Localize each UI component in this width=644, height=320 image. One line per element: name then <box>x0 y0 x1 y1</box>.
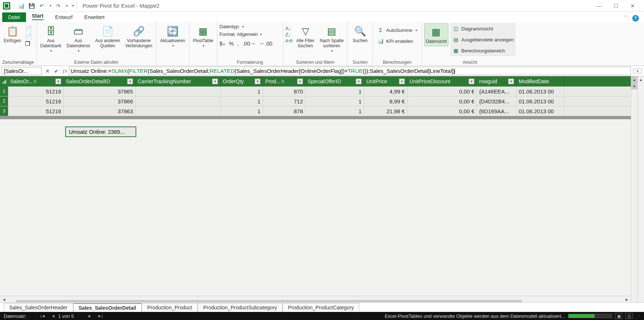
pivottable-button[interactable]: ▦PivotTable▾ <box>192 23 215 49</box>
cell[interactable]: 1 <box>306 96 364 106</box>
cancel-formula-icon[interactable]: ✕ <box>43 68 52 74</box>
filter-icon[interactable]: ▾ <box>508 78 514 84</box>
fx-icon[interactable]: ƒx <box>61 68 69 74</box>
tab-entwurf[interactable]: Entwurf <box>49 12 78 22</box>
format-dropdown[interactable]: Format: Allgemein▾ <box>219 31 262 37</box>
formula-expand-icon[interactable]: ▾ <box>633 69 642 73</box>
nav-last-icon[interactable]: ►| <box>97 314 103 318</box>
sort-asc-icon[interactable]: A↓ <box>285 26 293 31</box>
comma-icon[interactable]: , <box>237 40 239 47</box>
cell[interactable]: 01.06.2013 00 <box>517 106 564 116</box>
cell[interactable]: 870 <box>263 87 306 96</box>
qat-chart-icon[interactable]: 📊 <box>18 3 25 9</box>
col-salesorder[interactable]: SalesOr...⎘▾ <box>8 76 64 87</box>
cell[interactable]: 712 <box>263 96 306 106</box>
from-dataservice-button[interactable]: 🗃Aus Datendienst▾ <box>65 23 92 54</box>
measure-cell[interactable]: Umsatz Online: 2365... <box>65 126 136 137</box>
cell[interactable]: 0,00 € <box>407 87 477 96</box>
sheet-tab[interactable]: Production_ProductSubcategory <box>198 303 283 312</box>
filter-icon[interactable]: ▾ <box>297 78 303 84</box>
row-number[interactable]: 1 <box>0 87 8 96</box>
autosum-button[interactable]: ΣAutoSumme▾ <box>375 26 419 34</box>
cell[interactable]: 0,00 € <box>407 106 477 116</box>
minimize-button[interactable]: — <box>591 0 607 12</box>
table-row[interactable]: 25121637866171218,99 €0,00 €{D4D32B4...0… <box>0 96 631 106</box>
decrease-decimal-icon[interactable]: ←.00 <box>259 40 273 47</box>
cell[interactable]: {A146EEA... <box>477 87 517 96</box>
help-icon[interactable]: ? <box>632 15 639 22</box>
cell[interactable]: 878 <box>263 106 306 116</box>
scroll-down-icon[interactable]: ▼ <box>631 83 637 89</box>
cell-reference-box[interactable]: [SalesOr... <box>1 67 42 75</box>
cell[interactable]: 1 <box>221 87 263 96</box>
filter-icon[interactable]: ▾ <box>55 78 61 84</box>
col-modifieddate[interactable]: ModifiedDate <box>517 76 564 87</box>
cell[interactable]: {D4D32B4... <box>477 96 517 106</box>
calc-area-button[interactable]: ▦Berechnungsbereich <box>451 45 515 56</box>
currency-icon[interactable]: $▾ <box>219 40 225 47</box>
qat-save-icon[interactable]: 💾 <box>28 3 35 9</box>
cell[interactable] <box>136 96 221 106</box>
col-rowguid[interactable]: rowguid▾ <box>477 76 517 87</box>
cell[interactable]: 37865 <box>64 87 136 96</box>
copy-icon[interactable]: ❐ <box>25 40 32 47</box>
hscroll-thumb[interactable] <box>16 300 522 303</box>
redo-dropdown-icon[interactable]: ▾ <box>66 4 68 8</box>
close-button[interactable]: ✕ <box>624 0 641 12</box>
sheet-tab[interactable]: Sales_SalesOrderHeader <box>4 303 73 312</box>
sort-by-column-button[interactable]: ▤Nach Spalte sortieren▾ <box>318 23 345 54</box>
cell[interactable]: 51216 <box>8 96 64 106</box>
col-salesorderdetailid[interactable]: SalesOrderDetailID▾ <box>64 76 136 87</box>
tab-erweitert[interactable]: Erweitert <box>78 12 110 22</box>
col-unitprice[interactable]: UnitPrice▾ <box>364 76 407 87</box>
datatype-dropdown[interactable]: Datentyp:▾ <box>219 23 244 30</box>
clear-sort-icon[interactable]: A⟲ <box>285 38 293 44</box>
scroll-left-icon[interactable]: ◄ <box>0 297 8 302</box>
diagram-view-button[interactable]: ◫Diagrammsicht <box>451 23 515 34</box>
row-number[interactable]: 3 <box>0 106 8 116</box>
filter-icon[interactable]: ▾ <box>469 78 474 84</box>
cell[interactable]: 37863 <box>64 106 136 116</box>
grid-divider[interactable] <box>0 116 631 119</box>
cell[interactable]: 51216 <box>8 106 64 116</box>
filter-icon[interactable]: ▾ <box>399 78 405 84</box>
data-view-button[interactable]: ▦Datensicht <box>424 23 449 46</box>
table-row[interactable]: 15121637865187014,99 €0,00 €{A146EEA...0… <box>0 87 631 96</box>
cell[interactable]: 4,99 € <box>364 87 407 96</box>
cell[interactable]: 51216 <box>8 87 64 96</box>
formula-input[interactable]: Umsatz Online:=SUMX(FILTER(Sales_SalesOr… <box>69 67 631 75</box>
col-specialofferid[interactable]: SpecialOfferID▾ <box>306 76 364 87</box>
search-button[interactable]: 🔍Suchen <box>350 23 370 45</box>
cell[interactable]: {6D169AA... <box>477 106 517 116</box>
cell[interactable]: 01.06.2013 00 <box>517 87 564 96</box>
cell[interactable] <box>136 106 221 116</box>
refresh-button[interactable]: 🔄Aktualisieren▾ <box>159 23 187 49</box>
qat-customize-icon[interactable]: ▾ <box>72 4 74 8</box>
percent-icon[interactable]: % <box>229 40 233 47</box>
sheet-tab[interactable]: Production_ProductCategory <box>282 303 359 312</box>
sheet-tab-active[interactable]: Sales_SalesOrderDetail <box>73 303 142 312</box>
cell[interactable]: 8,99 € <box>364 96 407 106</box>
from-other-sources-button[interactable]: 📄Aus anderen Quellen <box>94 23 122 50</box>
cell[interactable] <box>136 87 221 96</box>
cell[interactable]: 1 <box>221 106 263 116</box>
scroll-right-icon[interactable]: ► <box>623 297 631 302</box>
accept-formula-icon[interactable]: ✔ <box>52 68 61 74</box>
cell[interactable]: 1 <box>306 106 364 116</box>
col-prod[interactable]: Prod...⎘▾ <box>263 76 306 87</box>
cell[interactable]: 1 <box>221 96 263 106</box>
show-hidden-button[interactable]: ▤Ausgeblendete anzeigen <box>451 34 515 45</box>
col-carriertracking[interactable]: CarrierTrackingNumber▾ <box>136 76 221 87</box>
vertical-scrollbar-calc[interactable]: ▲ <box>637 76 644 302</box>
vertical-scrollbar-data[interactable]: ▲ ▼ <box>631 76 637 302</box>
maximize-button[interactable]: ☐ <box>607 0 624 12</box>
paste-small-icon-1[interactable]: 📄 <box>25 25 32 32</box>
col-orderqty[interactable]: OrderQty▾ <box>221 76 263 87</box>
filter-icon[interactable]: ▾ <box>212 78 218 84</box>
increase-decimal-icon[interactable]: .00→ <box>243 40 256 47</box>
col-unitpricediscount[interactable]: UnitPriceDiscount▾ <box>407 76 477 87</box>
resize-grip-icon[interactable]: ⋰ <box>636 313 640 319</box>
cell[interactable]: 01.06.2013 00 <box>517 96 564 106</box>
filter-icon[interactable]: ▾ <box>255 78 260 84</box>
sheet-tab[interactable]: Production_Product <box>142 303 198 312</box>
